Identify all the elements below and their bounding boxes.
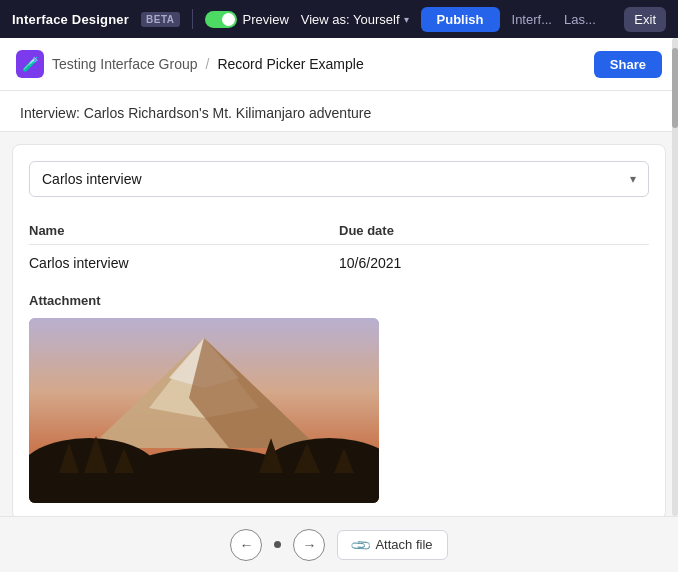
record-header: Interview: Carlos Richardson's Mt. Kilim… [0,91,678,132]
scrollbar[interactable] [672,38,678,516]
las-label: Las... [564,12,596,27]
attachment-label: Attachment [29,293,649,308]
view-as-chevron-icon: ▾ [404,14,409,25]
app-icon: 🧪 [16,50,44,78]
breadcrumb-group[interactable]: Testing Interface Group [52,56,198,72]
nav-divider [192,9,193,29]
name-value: Carlos interview [29,253,339,273]
mountain-svg [29,318,379,503]
attach-file-button[interactable]: 📎 Attach file [337,530,447,560]
next-icon: → [302,537,316,553]
preview-toggle-switch[interactable] [205,11,237,28]
share-button[interactable]: Share [594,51,662,78]
view-as-selector[interactable]: View as: Yourself ▾ [301,12,409,27]
bottom-bar: ← → 📎 Attach file [0,516,678,572]
scrollbar-thumb[interactable] [672,48,678,128]
app-icon-glyph: 🧪 [22,56,39,72]
record-picker-chevron-icon: ▾ [630,172,636,186]
name-column: Name Carlos interview [29,217,339,273]
prev-icon: ← [239,537,253,553]
attach-file-label: Attach file [375,537,432,552]
view-as-label: View as: Yourself [301,12,400,27]
record-header-text: Interview: Carlos Richardson's Mt. Kilim… [20,105,371,121]
breadcrumb-separator: / [206,56,210,72]
pagination-dot [274,541,281,548]
prev-button[interactable]: ← [230,529,262,561]
publish-button[interactable]: Publish [421,7,500,32]
attachment-image [29,318,379,503]
due-date-value: 10/6/2021 [339,253,649,273]
name-header: Name [29,217,339,245]
preview-toggle[interactable]: Preview [205,11,289,28]
record-picker-value: Carlos interview [42,171,142,187]
due-date-header: Due date [339,217,649,245]
record-picker-dropdown[interactable]: Carlos interview ▾ [29,161,649,197]
exit-button[interactable]: Exit [624,7,666,32]
beta-badge: BETA [141,12,179,27]
svg-rect-8 [29,468,379,503]
preview-label: Preview [243,12,289,27]
breadcrumb-row: 🧪 Testing Interface Group / Record Picke… [0,38,678,91]
interf-label: Interf... [512,12,552,27]
top-nav-bar: Interface Designer BETA Preview View as:… [0,0,678,38]
attach-icon: 📎 [349,533,372,556]
due-date-column: Due date 10/6/2021 [339,217,649,273]
toggle-knob [222,13,235,26]
main-content: Carlos interview ▾ Name Carlos interview… [12,144,666,520]
app-title: Interface Designer [12,12,129,27]
fields-grid: Name Carlos interview Due date 10/6/2021 [29,217,649,273]
breadcrumb-page: Record Picker Example [217,56,363,72]
next-button[interactable]: → [293,529,325,561]
